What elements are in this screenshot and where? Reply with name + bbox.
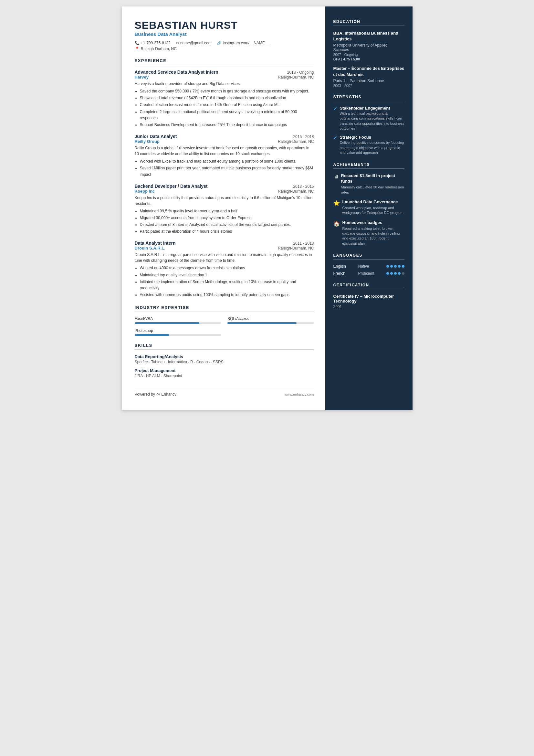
skill-block: Data Reporting/Analysis Spotfire · Table… [135,354,314,364]
right-column: EDUCATION BBA, International Business an… [325,7,413,410]
bullet-item: Migrated 30,000+ accounts from legacy sy… [140,215,314,221]
strength-block: ✔ Stakeholder Engagement With a technica… [333,106,404,131]
expertise-label: SQL/Access [227,316,314,321]
edu-degree: BBA, International Business and Logistic… [333,30,404,42]
achievement-content: Rescued $1.5mill in project funds Manual… [341,173,404,195]
exp-header: Backend Developer / Data Analyst 2013 - … [135,184,314,189]
achievement-icon: 🖥 [333,174,339,195]
education-block: BBA, International Business and Logistic… [333,30,404,61]
strength-check-icon: ✔ [333,106,337,131]
bullet-item: Saved the company $50,000 (.7%) every mo… [140,88,314,94]
experience-block: Junior Data Analyst 2015 - 2018 Reilly G… [135,134,314,178]
achievement-desc: Repaired a leaking toilet, broken garbag… [343,226,404,246]
expertise-label: Excel/VBA [135,316,221,321]
exp-location: Raleigh-Durham, NC [278,246,314,251]
cert-year: 2001 [333,305,404,309]
achievement-title: Launched Data Governance [343,200,404,205]
achievement-icon: ⭐ [333,200,340,216]
candidate-name: SEBASTIAN HURST [135,19,314,31]
exp-desc: Reilly Group is a global, full-service i… [135,145,314,157]
exp-header: Data Analyst Intern 2011 - 2013 [135,240,314,246]
expertise-label: Photoshop [135,328,221,333]
exp-company: Harvey [135,75,149,79]
achievement-icon: 🏠 [333,221,340,246]
header: SEBASTIAN HURST Business Data Analyst 📞 … [135,19,314,51]
strength-name: Strategic Focus [340,135,404,140]
education-list: BBA, International Business and Logistic… [333,30,404,88]
strengths-section-title: STRENGTHS [333,95,404,101]
lang-dots [386,272,404,275]
resume-container: SEBASTIAN HURST Business Data Analyst 📞 … [122,7,413,410]
bullet-item: Directed a team of 8 interns. Analyzed e… [140,222,314,228]
location-row: 📍 Raleigh-Durham, NC [135,46,314,51]
language-row: French Proficient [333,271,404,276]
lang-dot [386,265,389,268]
strength-content: Stakeholder Engagement With a technical … [340,106,404,131]
bullet-item: Showcased total revenue of $42B in FY16 … [140,95,314,101]
achievement-desc: Manually calculated 30 day readmission r… [341,185,404,195]
edu-degree: Master – Économie des Entreprises et des… [333,66,404,77]
exp-dates: 2015 - 2018 [293,134,314,139]
exp-sub: Koepp Inc Raleigh-Durham, NC [135,189,314,194]
enhancv-logo-icon: ∞ [156,392,160,397]
achievement-title: Homeowner badges [343,220,404,226]
exp-title: Backend Developer / Data Analyst [135,184,208,189]
exp-sub: Drouin S.A.R.L. Raleigh-Durham, NC [135,246,314,251]
edu-dates: 2007 - Ongoing [333,53,404,57]
achievement-title: Rescued $1.5mill in project funds [341,173,404,184]
exp-dates: 2018 - Ongoing [287,70,314,75]
bullet-item: Assisted with numerous audits using 100%… [140,292,314,298]
footer: Powered by ∞ Enhancv www.enhancv.com [135,388,314,397]
email-icon: ✉ [176,41,179,45]
edu-school: Metropolia University of Applied Science… [333,43,404,52]
cert-name: Certificate IV – Microcomputer Technolog… [333,294,404,304]
skill-items: Spotfire · Tableau · Informatica · R · C… [135,360,314,364]
exp-header: Advanced Services Data Analyst Intern 20… [135,69,314,75]
strength-block: ✔ Strategic Focus Delivering positive ou… [333,135,404,155]
experience-block: Data Analyst Intern 2011 - 2013 Drouin S… [135,240,314,298]
skill-name: Project Management [135,368,314,373]
education-section-title: EDUCATION [333,19,404,26]
bullet-item: Saved 1Million paper print per year, aut… [140,165,314,177]
lang-name: English [333,264,353,269]
lang-dot [398,272,400,275]
bullet-item: Created election forecast models for use… [140,102,314,108]
bullet-item: Maintained 99,5 % quality level for over… [140,208,314,214]
skill-block: Project Management JIRA · HP ALM · Share… [135,368,314,378]
language-row: English Native [333,264,404,269]
exp-company: Reilly Group [135,139,160,144]
phone-item: 📞 +1-709-375-8132 [135,41,170,45]
powered-by-text: Powered by [135,392,155,396]
bullet-item: Worked with Excel to track and map accou… [140,158,314,165]
bullet-item: Maintained top quality level since day 1 [140,272,314,278]
exp-location: Raleigh-Durham, NC [278,75,314,79]
experience-block: Backend Developer / Data Analyst 2013 - … [135,184,314,235]
skills-list: Data Reporting/Analysis Spotfire · Table… [135,354,314,378]
lang-dot [390,272,393,275]
achievement-block: 🖥 Rescued $1.5mill in project funds Manu… [333,173,404,195]
edu-gpa: GPA | 4.75 / 5.00 [333,57,404,61]
education-block: Master – Économie des Entreprises et des… [333,66,404,87]
bullet-item: Support Business Development to Increase… [140,122,314,128]
exp-bullets: Maintained 99,5 % quality level for over… [135,208,314,235]
expertise-bar-fill [135,322,200,324]
exp-desc: Drouin S.A.R.L. is a regular parcel serv… [135,252,314,263]
exp-bullets: Worked on 4000 text messages drawn from … [135,265,314,298]
lang-dot [402,272,404,275]
exp-title: Junior Data Analyst [135,134,177,139]
achievement-block: ⭐ Launched Data Governance Created work … [333,200,404,216]
lang-dot [394,265,397,268]
bullet-item: Worked on 4000 text messages drawn from … [140,265,314,271]
strengths-list: ✔ Stakeholder Engagement With a technica… [333,106,404,155]
expertise-bar-fill [135,334,169,336]
languages-list: English Native French Proficient [333,264,404,276]
exp-sub: Harvey Raleigh-Durham, NC [135,75,314,79]
bullet-item: Initiated the implementation of Scrum Me… [140,279,314,291]
exp-dates: 2011 - 2013 [293,241,314,246]
phone-number: +1-709-375-8132 [141,41,170,45]
exp-title: Data Analyst Intern [135,240,176,246]
lang-dot [402,265,404,268]
expertise-item: Photoshop [135,328,221,336]
bullet-item: Completed 2 large scale national politic… [140,109,314,121]
exp-bullets: Saved the company $50,000 (.7%) every mo… [135,88,314,128]
